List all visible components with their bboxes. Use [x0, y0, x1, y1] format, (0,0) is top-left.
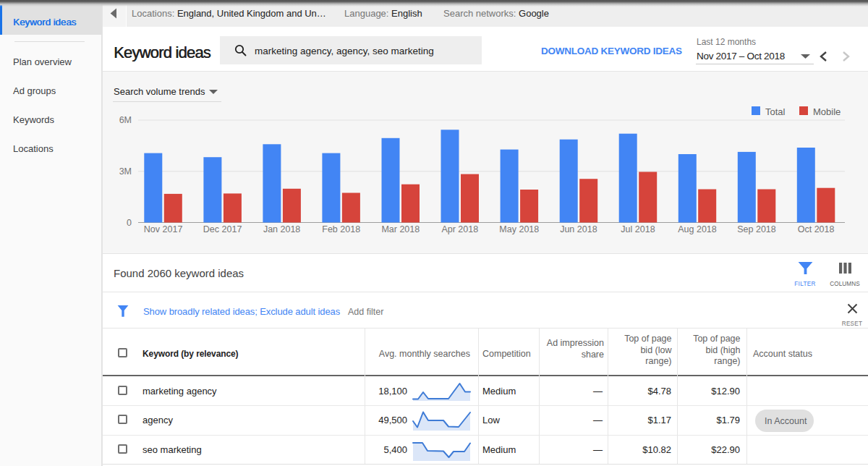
svg-text:Apr 2018: Apr 2018 — [441, 224, 478, 234]
svg-text:Mar 2018: Mar 2018 — [381, 224, 420, 234]
svg-text:0: 0 — [127, 218, 132, 228]
svg-text:3M: 3M — [119, 166, 132, 177]
svg-text:6M: 6M — [119, 115, 132, 125]
svg-text:Sep 2018: Sep 2018 — [737, 224, 776, 234]
svg-text:Dec 2017: Dec 2017 — [203, 224, 242, 234]
svg-text:Aug 2018: Aug 2018 — [678, 224, 717, 234]
svg-text:Oct 2018: Oct 2018 — [798, 224, 835, 234]
svg-text:Jul 2018: Jul 2018 — [621, 224, 655, 234]
svg-text:May 2018: May 2018 — [499, 224, 539, 234]
svg-text:Jan 2018: Jan 2018 — [263, 224, 300, 234]
svg-text:Feb 2018: Feb 2018 — [322, 224, 360, 234]
svg-text:Jun 2018: Jun 2018 — [560, 224, 597, 234]
svg-text:Nov 2017: Nov 2017 — [144, 224, 183, 234]
